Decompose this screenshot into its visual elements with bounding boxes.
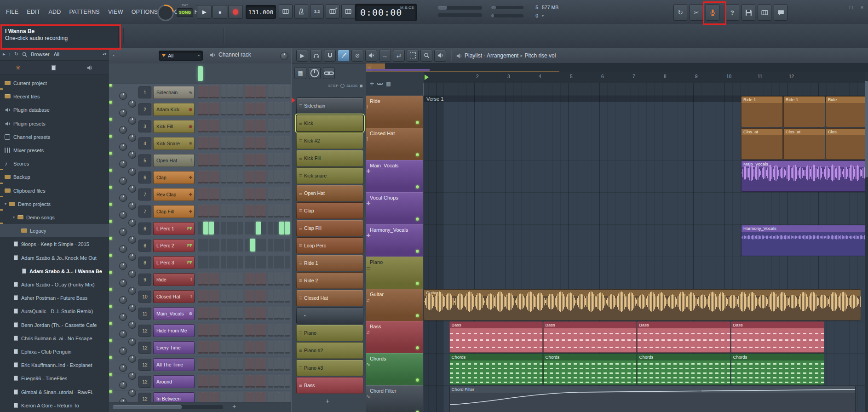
track-enable-led[interactable] — [416, 153, 419, 156]
step-cell[interactable] — [274, 273, 279, 286]
step-cell[interactable] — [209, 392, 214, 402]
step-cell[interactable] — [209, 205, 214, 217]
browser-item[interactable]: Legacy — [0, 224, 109, 237]
countdown-button[interactable]: 3.2 — [310, 4, 324, 19]
channel-pan-knob[interactable] — [119, 313, 127, 321]
menu-item-patterns[interactable]: PATTERNS — [65, 0, 103, 24]
step-cell[interactable] — [232, 358, 237, 371]
step-cell[interactable] — [261, 358, 266, 371]
step-cell[interactable] — [232, 86, 237, 98]
step-cell[interactable] — [221, 120, 226, 132]
browser-item[interactable]: Adam Szabo & J..- I Wanna Be — [0, 264, 109, 278]
playlist-clip[interactable]: Ride 1 — [783, 96, 825, 127]
step-cell[interactable] — [203, 358, 208, 371]
step-cell[interactable] — [214, 358, 219, 371]
step-cell[interactable] — [279, 375, 284, 388]
channel-button[interactable]: L Perc 3FF — [153, 256, 195, 269]
step-cell[interactable] — [268, 239, 273, 252]
breadcrumb-arrangement[interactable]: Playlist - Arrangement — [465, 52, 518, 59]
picker-knob-icon[interactable] — [309, 67, 321, 79]
metronome-button[interactable] — [294, 4, 308, 19]
search-icon[interactable] — [22, 51, 28, 57]
step-cell[interactable] — [221, 358, 226, 371]
browser-item[interactable]: Chris Bulman &..ai - No Escape — [0, 332, 109, 345]
browser-item[interactable]: Fuego96 - TimeFlies — [0, 372, 109, 385]
browser-item[interactable]: 9loops - Keep It Simple - 2015 — [0, 237, 109, 251]
step-cell[interactable] — [227, 341, 232, 354]
step-cell[interactable] — [203, 154, 208, 166]
channel-enable-led[interactable] — [109, 135, 112, 138]
step-cell[interactable] — [209, 86, 214, 98]
channel-enable-led[interactable] — [109, 305, 112, 308]
pattern-item[interactable]: ☰Bass — [296, 377, 363, 394]
add-pattern-button[interactable]: + — [326, 397, 329, 405]
step-cell[interactable] — [221, 341, 226, 354]
expander-icon[interactable]: ▾ — [5, 202, 9, 206]
sounds-tab-icon[interactable] — [86, 64, 93, 71]
step-cell[interactable] — [227, 392, 232, 402]
playlist-clip[interactable]: Clos..at — [741, 128, 783, 160]
step-cell[interactable] — [279, 103, 284, 115]
step-cell[interactable] — [256, 86, 261, 98]
track-enable-led[interactable] — [416, 217, 419, 221]
step-cell[interactable] — [274, 171, 279, 183]
step-cell[interactable] — [227, 188, 232, 200]
channel-pan-knob[interactable] — [119, 194, 127, 202]
step-cell[interactable] — [274, 307, 279, 320]
step-cell[interactable] — [198, 290, 203, 303]
step-cell[interactable] — [203, 307, 208, 320]
typing-keyboard-button[interactable] — [758, 4, 771, 21]
pattern-item[interactable]: ☰Clap — [296, 202, 363, 219]
channel-button[interactable]: All The Time — [153, 358, 195, 371]
delete-tool-icon[interactable]: ⊘ — [351, 50, 363, 62]
step-cell[interactable] — [279, 188, 284, 200]
playback-tool-icon[interactable] — [434, 50, 446, 62]
step-cell[interactable] — [285, 273, 290, 286]
step-cell[interactable] — [245, 256, 250, 269]
step-cell[interactable] — [221, 86, 226, 98]
step-cell[interactable] — [285, 290, 290, 303]
step-cell[interactable] — [250, 239, 255, 252]
pattern-item[interactable]: • — [296, 307, 363, 324]
step-cell[interactable] — [198, 273, 203, 286]
playlist-clip[interactable]: Bass — [731, 321, 824, 353]
step-cell[interactable] — [245, 171, 250, 183]
step-cell[interactable] — [256, 341, 261, 354]
pattern-item[interactable]: ☰Sidechain — [296, 97, 363, 114]
mixer-track-number[interactable]: 7 — [138, 206, 151, 217]
step-cell[interactable] — [238, 103, 243, 115]
minimize-button[interactable]: – — [835, 4, 845, 11]
step-cell[interactable] — [245, 137, 250, 149]
step-cell[interactable] — [250, 171, 255, 183]
step-cell[interactable] — [209, 137, 214, 149]
step-cell[interactable] — [198, 154, 203, 166]
browser-item[interactable]: Plugin database — [0, 103, 109, 116]
pattern-item[interactable]: ☰Ride 2 — [296, 272, 363, 289]
step-cell[interactable] — [227, 307, 232, 320]
step-cell[interactable] — [268, 341, 273, 354]
step-cell[interactable] — [285, 103, 290, 115]
step-cell[interactable] — [232, 154, 237, 166]
channel-enable-led[interactable] — [109, 288, 112, 291]
step-cell[interactable] — [227, 358, 232, 371]
channel-button[interactable]: Clap Fill✚ — [153, 205, 195, 218]
channel-button[interactable]: Every Time — [153, 341, 195, 354]
step-cell[interactable] — [279, 256, 284, 269]
step-cell[interactable] — [227, 103, 232, 115]
step-cell[interactable] — [232, 324, 237, 337]
channel-pan-knob[interactable] — [119, 211, 127, 219]
step-cell[interactable] — [238, 86, 243, 98]
step-cell[interactable] — [214, 375, 219, 388]
select-tool-icon[interactable] — [407, 50, 419, 62]
step-cell[interactable] — [279, 86, 284, 98]
channel-enable-led[interactable] — [109, 118, 112, 121]
step-cell[interactable] — [274, 222, 279, 235]
step-cell[interactable] — [203, 120, 208, 132]
track-header[interactable]: Closed Hat⊺ — [366, 128, 423, 160]
pattern-item[interactable]: ☰Open Hat — [296, 185, 363, 201]
step-cell[interactable] — [250, 137, 255, 149]
autosave-button[interactable]: ↻ — [673, 4, 687, 21]
channel-enable-led[interactable] — [109, 220, 112, 223]
playlist-play-button[interactable]: ▶ — [296, 50, 308, 62]
step-cell[interactable] — [274, 154, 279, 166]
